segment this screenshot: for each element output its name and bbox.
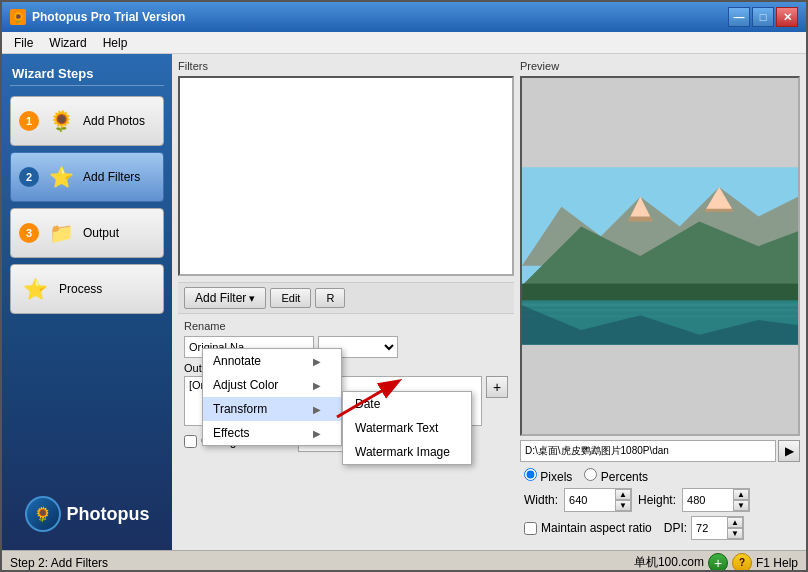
sidebar-btn-label-filters: Add Filters: [83, 170, 140, 184]
step-label-0: Add Photos: [83, 114, 145, 128]
adjust-color-arrow: ▶: [313, 380, 321, 391]
content-area: Filters Add Filter ▾ Edit R Rename: [172, 54, 806, 550]
app-title: Photopus Pro Trial Version: [32, 10, 728, 24]
step-icon-0: 🌻: [45, 105, 77, 137]
transform-arrow: ▶: [313, 404, 321, 415]
filters-label: Filters: [178, 60, 514, 72]
close-button[interactable]: ✕: [776, 7, 798, 27]
filters-list: [178, 76, 514, 276]
width-up-button[interactable]: ▲: [615, 489, 631, 500]
percents-radio-label: Percents: [584, 468, 648, 484]
annotate-arrow: ▶: [313, 356, 321, 367]
sidebar-item-process[interactable]: ⭐ Process: [10, 264, 164, 314]
right-panel: Preview: [520, 60, 800, 544]
website-label: 单机100.com: [634, 554, 704, 571]
preview-box: [520, 76, 800, 436]
menu-bar: File Wizard Help: [2, 32, 806, 54]
sidebar-title: Wizard Steps: [10, 62, 164, 86]
step-icon-2: 📁: [45, 217, 77, 249]
width-down-button[interactable]: ▼: [615, 500, 631, 511]
process-icon: ⭐: [19, 273, 51, 305]
maintain-aspect-checkbox[interactable]: [524, 522, 537, 535]
pixels-radio[interactable]: [524, 468, 537, 481]
path-arrow-button[interactable]: ▶: [778, 440, 800, 462]
dpi-input[interactable]: [692, 517, 727, 539]
size-inputs-row: Width: ▲ ▼ Height: ▲: [524, 488, 796, 512]
effects-arrow: ▶: [313, 428, 321, 439]
dpi-input-group: ▲ ▼: [691, 516, 744, 540]
preview-label: Preview: [520, 60, 800, 72]
resize-section: Pixels Percents Width: ▲: [520, 464, 800, 544]
step-num-2: 3: [19, 223, 39, 243]
dropdown-effects[interactable]: Effects ▶: [203, 421, 341, 445]
effects-label: Effects: [213, 426, 249, 440]
height-input[interactable]: [683, 489, 733, 511]
svg-rect-9: [522, 315, 798, 317]
sidebar-item-add-photos[interactable]: 1🌻Add Photos: [10, 96, 164, 146]
width-input[interactable]: [565, 489, 615, 511]
svg-rect-7: [522, 303, 798, 306]
step-label: Step 2: Add Filters: [10, 556, 108, 570]
width-spinners: ▲ ▼: [615, 489, 631, 511]
status-bar: Step 2: Add Filters 单机100.com + ? F1 Hel…: [2, 550, 806, 572]
height-input-group: ▲ ▼: [682, 488, 750, 512]
sidebar-item-add-filters[interactable]: 2 ⭐ Add Filters: [10, 152, 164, 202]
dpi-down-button[interactable]: ▼: [727, 528, 743, 539]
main-layout: Wizard Steps 1🌻Add Photos 2 ⭐ Add Filter…: [2, 54, 806, 550]
help-button[interactable]: ?: [732, 553, 752, 573]
f1-label: F1 Help: [756, 556, 798, 570]
logo-circle: 🌻: [25, 496, 61, 532]
sidebar: Wizard Steps 1🌻Add Photos 2 ⭐ Add Filter…: [2, 54, 172, 550]
dropdown-adjust-color[interactable]: Adjust Color ▶: [203, 373, 341, 397]
height-spinners: ▲ ▼: [733, 489, 749, 511]
sidebar-btn-label-process: Process: [59, 282, 102, 296]
sidebar-bottom: 🌻 Photopus: [10, 320, 164, 542]
add-filter-dropdown: Annotate ▶ Adjust Color ▶ Transform ▶ Ef…: [202, 348, 342, 446]
filters-step-num: 2: [19, 167, 39, 187]
height-label: Height:: [638, 493, 676, 507]
add-filter-button[interactable]: Add Filter ▾: [184, 287, 266, 309]
toolbar-row: Add Filter ▾ Edit R: [178, 282, 514, 313]
title-bar: 🌻 Photopus Pro Trial Version — □ ✕: [2, 2, 806, 32]
height-up-button[interactable]: ▲: [733, 489, 749, 500]
minimize-button[interactable]: —: [728, 7, 750, 27]
app-icon: 🌻: [10, 9, 26, 25]
transform-label: Transform: [213, 402, 267, 416]
dropdown-annotate[interactable]: Annotate ▶: [203, 349, 341, 373]
path-input[interactable]: [520, 440, 776, 462]
path-row: ▶: [520, 436, 800, 464]
remove-button[interactable]: R: [315, 288, 345, 308]
width-label: Width:: [524, 493, 558, 507]
plus-button[interactable]: +: [486, 376, 508, 398]
change-cases-checkbox[interactable]: [184, 435, 197, 448]
dpi-label: DPI:: [664, 521, 687, 535]
step-label-2: Output: [83, 226, 119, 240]
preview-image: [522, 78, 798, 434]
pixels-radio-label: Pixels: [524, 468, 572, 484]
percents-radio[interactable]: [584, 468, 597, 481]
photopus-logo: 🌻 Photopus: [25, 496, 150, 532]
status-right: 单机100.com + ? F1 Help: [634, 553, 798, 573]
aspect-ratio-row: Maintain aspect ratio DPI: ▲ ▼: [524, 516, 796, 540]
menu-wizard[interactable]: Wizard: [41, 32, 94, 54]
menu-help[interactable]: Help: [95, 32, 136, 54]
unit-radio-row: Pixels Percents: [524, 468, 796, 484]
svg-rect-5: [522, 284, 798, 304]
edit-button[interactable]: Edit: [270, 288, 311, 308]
height-down-button[interactable]: ▼: [733, 500, 749, 511]
dpi-up-button[interactable]: ▲: [727, 517, 743, 528]
annotate-label: Annotate: [213, 354, 261, 368]
dpi-spinners: ▲ ▼: [727, 517, 743, 539]
menu-file[interactable]: File: [6, 32, 41, 54]
dropdown-transform[interactable]: Transform ▶: [203, 397, 341, 421]
title-controls: — □ ✕: [728, 7, 798, 27]
sidebar-item-output[interactable]: 3📁Output: [10, 208, 164, 258]
adjust-color-label: Adjust Color: [213, 378, 278, 392]
add-button[interactable]: +: [708, 553, 728, 573]
panels: Filters Add Filter ▾ Edit R Rename: [172, 54, 806, 550]
width-input-group: ▲ ▼: [564, 488, 632, 512]
maintain-aspect-label: Maintain aspect ratio: [541, 521, 652, 535]
left-panel: Filters Add Filter ▾ Edit R Rename: [178, 60, 514, 544]
rename-label: Rename: [184, 320, 508, 332]
maximize-button[interactable]: □: [752, 7, 774, 27]
